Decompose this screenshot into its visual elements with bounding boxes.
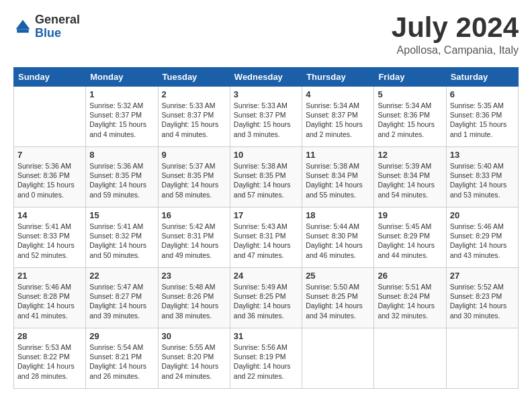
week-row-1: 1Sunrise: 5:32 AM Sunset: 8:37 PM Daylig… [14, 87, 519, 147]
day-number: 30 [162, 331, 226, 341]
cell-content: Sunrise: 5:48 AM Sunset: 8:26 PM Dayligh… [162, 282, 226, 320]
col-header-sunday: Sunday [14, 68, 86, 87]
calendar-cell: 10Sunrise: 5:38 AM Sunset: 8:35 PM Dayli… [230, 147, 302, 208]
col-header-thursday: Thursday [302, 68, 374, 87]
cell-content: Sunrise: 5:51 AM Sunset: 8:24 PM Dayligh… [378, 282, 442, 320]
calendar-cell [374, 328, 446, 389]
calendar-cell: 22Sunrise: 5:47 AM Sunset: 8:27 PM Dayli… [86, 268, 158, 328]
calendar-cell: 9Sunrise: 5:37 AM Sunset: 8:35 PM Daylig… [158, 147, 230, 208]
logo-general-text: General [35, 13, 80, 27]
cell-content: Sunrise: 5:38 AM Sunset: 8:35 PM Dayligh… [234, 161, 298, 199]
cell-content: Sunrise: 5:39 AM Sunset: 8:34 PM Dayligh… [378, 161, 442, 199]
week-row-4: 21Sunrise: 5:46 AM Sunset: 8:28 PM Dayli… [14, 268, 519, 328]
day-number: 1 [89, 89, 154, 99]
calendar-cell [302, 328, 374, 389]
calendar-cell: 20Sunrise: 5:46 AM Sunset: 8:29 PM Dayli… [446, 208, 518, 268]
calendar-cell: 11Sunrise: 5:38 AM Sunset: 8:34 PM Dayli… [302, 147, 374, 208]
calendar-cell [14, 87, 86, 147]
cell-content: Sunrise: 5:37 AM Sunset: 8:35 PM Dayligh… [162, 161, 226, 199]
day-number: 17 [234, 210, 298, 220]
day-number: 8 [89, 150, 154, 160]
day-number: 2 [162, 89, 226, 99]
day-number: 5 [378, 89, 442, 99]
cell-content: Sunrise: 5:42 AM Sunset: 8:31 PM Dayligh… [162, 222, 226, 260]
day-number: 24 [234, 271, 298, 281]
cell-content: Sunrise: 5:55 AM Sunset: 8:20 PM Dayligh… [162, 342, 226, 381]
day-number: 26 [378, 271, 442, 281]
calendar-cell: 15Sunrise: 5:41 AM Sunset: 8:32 PM Dayli… [86, 208, 158, 268]
day-number: 4 [306, 89, 370, 99]
calendar-table: SundayMondayTuesdayWednesdayThursdayFrid… [13, 67, 519, 389]
calendar-cell: 7Sunrise: 5:36 AM Sunset: 8:36 PM Daylig… [14, 147, 86, 208]
location-text: Apollosa, Campania, Italy [392, 44, 519, 56]
day-number: 12 [378, 150, 442, 160]
cell-content: Sunrise: 5:53 AM Sunset: 8:22 PM Dayligh… [17, 342, 82, 381]
calendar-cell: 21Sunrise: 5:46 AM Sunset: 8:28 PM Dayli… [14, 268, 86, 328]
cell-content: Sunrise: 5:54 AM Sunset: 8:21 PM Dayligh… [89, 342, 154, 381]
cell-content: Sunrise: 5:36 AM Sunset: 8:35 PM Dayligh… [89, 161, 154, 199]
day-number: 9 [162, 150, 226, 160]
month-title: July 2024 [392, 13, 519, 42]
day-number: 25 [306, 271, 370, 281]
cell-content: Sunrise: 5:33 AM Sunset: 8:37 PM Dayligh… [234, 101, 298, 139]
cell-content: Sunrise: 5:50 AM Sunset: 8:25 PM Dayligh… [306, 282, 370, 320]
cell-content: Sunrise: 5:49 AM Sunset: 8:25 PM Dayligh… [234, 282, 298, 320]
header-row: SundayMondayTuesdayWednesdayThursdayFrid… [14, 68, 519, 87]
logo-blue-text: Blue [35, 27, 80, 40]
week-row-5: 28Sunrise: 5:53 AM Sunset: 8:22 PM Dayli… [14, 328, 519, 389]
week-row-3: 14Sunrise: 5:41 AM Sunset: 8:33 PM Dayli… [14, 208, 519, 268]
day-number: 23 [162, 271, 226, 281]
calendar-body: 1Sunrise: 5:32 AM Sunset: 8:37 PM Daylig… [14, 87, 519, 389]
cell-content: Sunrise: 5:35 AM Sunset: 8:36 PM Dayligh… [450, 101, 515, 139]
svg-rect-1 [17, 29, 29, 32]
calendar-cell: 25Sunrise: 5:50 AM Sunset: 8:25 PM Dayli… [302, 268, 374, 328]
calendar-cell: 5Sunrise: 5:34 AM Sunset: 8:36 PM Daylig… [374, 87, 446, 147]
day-number: 20 [450, 210, 515, 220]
logo-text: General Blue [35, 13, 80, 40]
day-number: 18 [306, 210, 370, 220]
calendar-cell: 4Sunrise: 5:34 AM Sunset: 8:37 PM Daylig… [302, 87, 374, 147]
logo-icon [13, 17, 32, 36]
day-number: 6 [450, 89, 515, 99]
cell-content: Sunrise: 5:33 AM Sunset: 8:37 PM Dayligh… [162, 101, 226, 139]
calendar-cell: 6Sunrise: 5:35 AM Sunset: 8:36 PM Daylig… [446, 87, 518, 147]
calendar-cell: 1Sunrise: 5:32 AM Sunset: 8:37 PM Daylig… [86, 87, 158, 147]
day-number: 7 [17, 150, 82, 160]
week-row-2: 7Sunrise: 5:36 AM Sunset: 8:36 PM Daylig… [14, 147, 519, 208]
cell-content: Sunrise: 5:56 AM Sunset: 8:19 PM Dayligh… [234, 342, 298, 381]
svg-marker-0 [16, 19, 30, 29]
calendar-cell: 29Sunrise: 5:54 AM Sunset: 8:21 PM Dayli… [86, 328, 158, 389]
day-number: 28 [17, 331, 82, 341]
calendar-cell: 16Sunrise: 5:42 AM Sunset: 8:31 PM Dayli… [158, 208, 230, 268]
calendar-header: SundayMondayTuesdayWednesdayThursdayFrid… [14, 68, 519, 87]
title-block: July 2024 Apollosa, Campania, Italy [392, 13, 519, 56]
day-number: 31 [234, 331, 298, 341]
calendar-cell: 13Sunrise: 5:40 AM Sunset: 8:33 PM Dayli… [446, 147, 518, 208]
cell-content: Sunrise: 5:40 AM Sunset: 8:33 PM Dayligh… [450, 161, 515, 199]
cell-content: Sunrise: 5:32 AM Sunset: 8:37 PM Dayligh… [89, 101, 154, 139]
cell-content: Sunrise: 5:41 AM Sunset: 8:33 PM Dayligh… [17, 222, 82, 260]
col-header-wednesday: Wednesday [230, 68, 302, 87]
day-number: 15 [89, 210, 154, 220]
day-number: 19 [378, 210, 442, 220]
col-header-saturday: Saturday [446, 68, 518, 87]
calendar-cell: 19Sunrise: 5:45 AM Sunset: 8:29 PM Dayli… [374, 208, 446, 268]
calendar-cell: 31Sunrise: 5:56 AM Sunset: 8:19 PM Dayli… [230, 328, 302, 389]
calendar-cell: 2Sunrise: 5:33 AM Sunset: 8:37 PM Daylig… [158, 87, 230, 147]
calendar-cell: 18Sunrise: 5:44 AM Sunset: 8:30 PM Dayli… [302, 208, 374, 268]
logo: General Blue [13, 13, 80, 40]
cell-content: Sunrise: 5:52 AM Sunset: 8:23 PM Dayligh… [450, 282, 515, 320]
calendar-cell: 24Sunrise: 5:49 AM Sunset: 8:25 PM Dayli… [230, 268, 302, 328]
calendar-cell: 27Sunrise: 5:52 AM Sunset: 8:23 PM Dayli… [446, 268, 518, 328]
col-header-friday: Friday [374, 68, 446, 87]
cell-content: Sunrise: 5:34 AM Sunset: 8:36 PM Dayligh… [378, 101, 442, 139]
day-number: 3 [234, 89, 298, 99]
day-number: 22 [89, 271, 154, 281]
calendar-cell: 14Sunrise: 5:41 AM Sunset: 8:33 PM Dayli… [14, 208, 86, 268]
cell-content: Sunrise: 5:47 AM Sunset: 8:27 PM Dayligh… [89, 282, 154, 320]
calendar-cell: 26Sunrise: 5:51 AM Sunset: 8:24 PM Dayli… [374, 268, 446, 328]
day-number: 10 [234, 150, 298, 160]
cell-content: Sunrise: 5:45 AM Sunset: 8:29 PM Dayligh… [378, 222, 442, 260]
cell-content: Sunrise: 5:43 AM Sunset: 8:31 PM Dayligh… [234, 222, 298, 260]
day-number: 21 [17, 271, 82, 281]
